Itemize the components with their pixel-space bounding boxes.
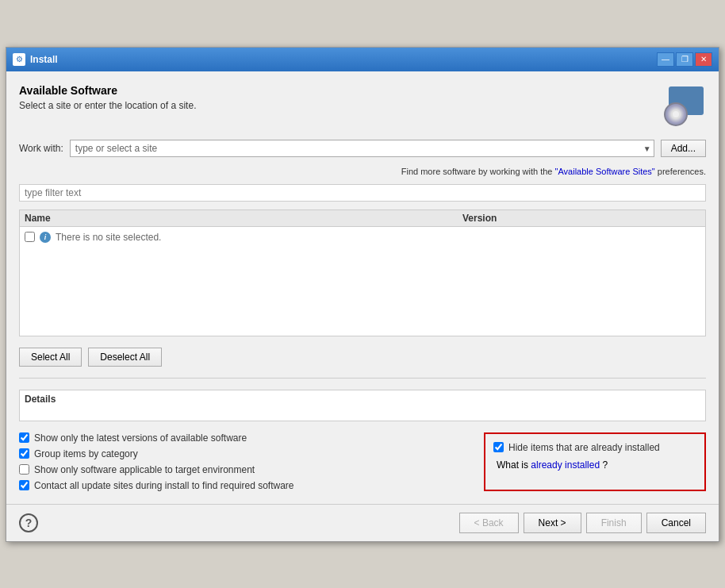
install-dialog: ⚙ Install — ❐ ✕ Available Software Selec… (6, 47, 719, 542)
restore-button[interactable]: ❐ (676, 52, 693, 67)
available-software-sites-link[interactable]: "Available Software Sites" (555, 167, 655, 176)
options-area: Show only the latest versions of availab… (19, 432, 706, 491)
table-row: i There is no site selected. (25, 230, 700, 244)
software-table: Name Version i There is no site selected… (19, 209, 706, 336)
back-button[interactable]: < Back (459, 513, 519, 533)
minimize-button[interactable]: — (657, 52, 674, 67)
options-left: Show only the latest versions of availab… (19, 432, 471, 491)
col-extra (621, 213, 700, 224)
option-checkbox-1[interactable] (19, 432, 29, 443)
option-row-2: Group items by category (19, 448, 471, 459)
what-is-row: What is already installed ? (493, 459, 696, 471)
site-dropdown[interactable]: type or select a site (70, 140, 654, 157)
add-button[interactable]: Add... (661, 140, 706, 157)
col-version: Version (462, 213, 621, 224)
info-icon: i (40, 232, 51, 243)
details-section: Details (19, 390, 706, 421)
option-label-4: Contact all update sites during install … (34, 480, 294, 491)
option-row-3: Show only software applicable to target … (19, 464, 471, 475)
already-installed-link[interactable]: already installed (531, 459, 600, 471)
option-row-1: Show only the latest versions of availab… (19, 432, 471, 444)
hint-row: Find more software by working with the "… (19, 167, 706, 176)
hint-suffix: preferences. (658, 167, 706, 176)
table-header: Name Version (20, 210, 705, 227)
nav-buttons: < Back Next > Finish Cancel (459, 513, 706, 533)
options-right: Hide items that are already installed Wh… (484, 432, 706, 491)
header-text: Available Software Select a site or ente… (19, 84, 196, 111)
hint-prefix: Find more software by working with the (401, 167, 555, 176)
next-button[interactable]: Next > (524, 513, 581, 533)
col-name: Name (25, 213, 462, 224)
option-checkbox-4[interactable] (19, 480, 29, 490)
title-bar: ⚙ Install — ❐ ✕ (6, 48, 719, 71)
selection-buttons: Select All Deselect All (19, 348, 706, 367)
work-with-row: Work with: type or select a site ▼ Add..… (19, 140, 706, 157)
help-button[interactable]: ? (19, 513, 38, 532)
filter-input[interactable] (19, 184, 706, 202)
section-title: Available Software (19, 84, 196, 97)
deselect-all-button[interactable]: Deselect All (88, 348, 162, 367)
option-label-2: Group items by category (34, 448, 138, 459)
cd-monitor-icon (664, 86, 704, 126)
cancel-button[interactable]: Cancel (646, 513, 706, 533)
section-subtitle: Select a site or enter the location of a… (19, 100, 196, 111)
window-title: Install (30, 54, 58, 65)
no-site-message: There is no site selected. (56, 232, 161, 243)
finish-button[interactable]: Finish (586, 513, 642, 533)
site-dropdown-wrapper: type or select a site ▼ (70, 140, 654, 157)
what-is-prefix: What is (497, 459, 531, 471)
table-body: i There is no site selected. (20, 227, 705, 248)
hide-installed-checkbox[interactable] (493, 442, 504, 452)
header-section: Available Software Select a site or ente… (19, 84, 706, 129)
close-button[interactable]: ✕ (695, 52, 712, 67)
option-row-4: Contact all update sites during install … (19, 480, 471, 491)
details-label: Details (25, 394, 700, 405)
hide-installed-label: Hide items that are already installed (508, 442, 660, 453)
window-icon: ⚙ (13, 53, 25, 66)
header-icon (662, 84, 706, 129)
cd-shape (664, 102, 688, 126)
bottom-bar: ? < Back Next > Finish Cancel (6, 504, 719, 541)
dialog-body: Available Software Select a site or ente… (6, 71, 719, 504)
cd-hole (673, 111, 679, 117)
option-checkbox-3[interactable] (19, 464, 29, 475)
window-controls: — ❐ ✕ (657, 52, 712, 67)
separator-1 (19, 378, 706, 379)
option-label-1: Show only the latest versions of availab… (34, 432, 247, 444)
option-checkbox-2[interactable] (19, 448, 29, 459)
option-label-3: Show only software applicable to target … (34, 464, 255, 475)
what-is-suffix: ? (602, 459, 608, 471)
hide-installed-row: Hide items that are already installed (493, 442, 696, 453)
row-checkbox[interactable] (25, 232, 35, 242)
select-all-button[interactable]: Select All (19, 348, 82, 367)
work-with-label: Work with: (19, 143, 63, 154)
